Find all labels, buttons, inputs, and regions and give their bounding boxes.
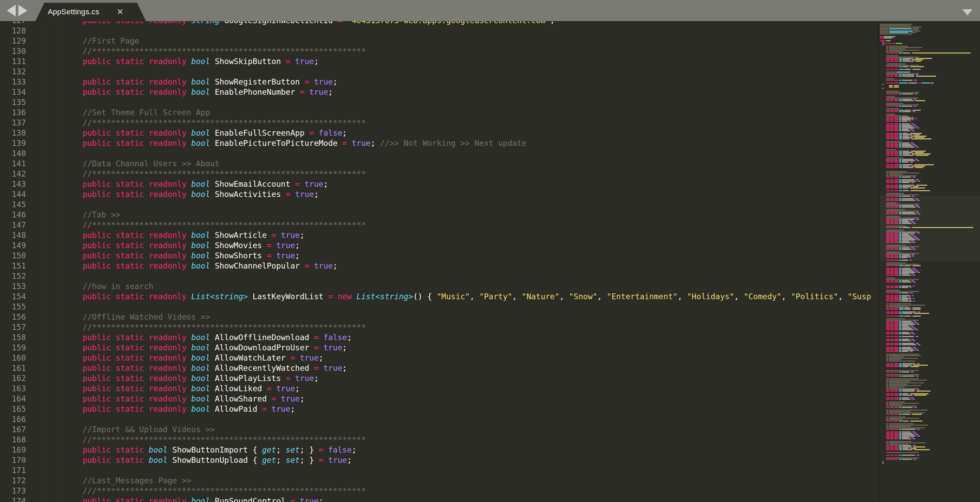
code-token: bool [191,333,215,342]
code-token: , [734,292,744,301]
code-line[interactable]: 167//Import && Upload Videos >> [0,424,879,435]
code-line[interactable]: 147//***********************************… [0,220,879,230]
code-token: "Snow" [569,292,597,301]
code-token: true [328,456,347,464]
code-line[interactable]: 135 [0,97,879,107]
code-line[interactable]: 133public static readonly bool ShowRegis… [0,77,879,87]
back-arrow-icon[interactable] [7,5,16,16]
code-token: bool [191,129,215,137]
code-token: = [304,261,314,270]
line-number: 155 [0,302,26,312]
code-line[interactable]: 137//***********************************… [0,118,879,128]
code-line[interactable]: 141//Data Channal Users >> About [0,159,879,169]
code-line[interactable]: 153//how in search [0,281,879,291]
code-line[interactable]: 161public static readonly bool AllowRece… [0,363,879,373]
forward-arrow-icon[interactable] [18,5,27,16]
code-line[interactable]: 169public static bool ShowButtonImport {… [0,445,879,455]
code-token: AllowPaid [215,405,262,413]
code-token: ; [347,333,352,342]
minimap-shadow [877,21,880,502]
code-line[interactable]: 134public static readonly bool EnablePho… [0,87,879,97]
code-token: //First Page [83,37,139,45]
code-token: = [290,353,300,362]
code-line[interactable]: 172//Last_Messages Page >> [0,475,879,486]
code-token: = [286,57,295,66]
code-line[interactable]: 159public static readonly bool AllowDown… [0,343,879,353]
line-number: 156 [0,312,26,322]
code-token: public static readonly [83,139,191,148]
code-line[interactable]: 149public static readonly bool ShowMovie… [0,240,879,251]
code-token: public static readonly [83,241,191,250]
code-line[interactable]: 144public static readonly bool ShowActiv… [0,189,879,199]
code-token: bool [191,394,215,403]
code-line[interactable]: 162public static readonly bool AllowPlay… [0,373,879,383]
code-token: ; } [300,445,318,454]
code-token: ; [300,394,304,403]
code-token: public static readonly [83,129,191,137]
code-token: "Susp [848,292,871,301]
code-token: //**************************************… [83,323,366,332]
code-line[interactable]: 139public static readonly bool EnablePic… [0,138,879,148]
code-line[interactable]: 163public static readonly bool AllowLike… [0,383,879,394]
code-line[interactable]: 129//First Page [0,36,879,46]
code-line[interactable]: 166 [0,414,879,424]
code-line[interactable]: 143public static readonly bool ShowEmail… [0,179,879,189]
code-line[interactable]: 128 [0,25,879,36]
code-token: "Nature" [522,292,560,301]
code-line[interactable]: 165public static readonly bool AllowPaid… [0,404,879,414]
code-line[interactable]: 152 [0,271,879,281]
code-token: , [838,292,848,301]
line-number: 134 [0,87,26,97]
code-token: true [309,87,328,97]
code-line[interactable]: 160public static readonly bool AllowWatc… [0,353,879,363]
code-area[interactable]: 127public static readonly string GoogleS… [0,0,879,502]
code-line[interactable]: 164public static readonly bool AllowShar… [0,394,879,404]
code-token: ShowSkipButton [215,57,286,66]
code-token: = [309,129,319,137]
code-line[interactable]: 146//Tab >> [0,210,879,220]
code-line[interactable]: 157//***********************************… [0,322,879,332]
code-line[interactable]: 173///**********************************… [0,486,879,496]
code-token: List<string> [356,292,413,301]
code-token: EnableFullScreenApp [215,129,309,137]
code-line[interactable]: 145 [0,199,879,210]
indent-guide [63,21,63,502]
tab-appsettings[interactable]: AppSettings.cs ✕ [35,3,146,21]
code-line[interactable]: 142//***********************************… [0,169,879,179]
line-number: 143 [0,179,26,189]
line-number: 136 [0,107,26,118]
code-token: true [295,57,314,66]
code-line[interactable]: 156//Offline Watched Videos >> [0,312,879,322]
code-line[interactable]: 132 [0,67,879,77]
code-line[interactable]: 131public static readonly bool ShowSkipB… [0,56,879,67]
code-line[interactable]: 155 [0,302,879,312]
line-number: 139 [0,138,26,148]
code-line[interactable]: 148public static readonly bool ShowArtic… [0,230,879,240]
code-token: "Entertainment" [607,292,678,301]
code-token: , [678,292,687,301]
code-line[interactable]: 154public static readonly List<string> L… [0,291,879,302]
close-icon[interactable]: ✕ [117,8,123,16]
code-line[interactable]: 171 [0,465,879,475]
code-token: , [560,292,569,301]
code-line[interactable]: 150public static readonly bool ShowShort… [0,251,879,261]
code-line[interactable]: 140 [0,148,879,159]
code-line[interactable]: 174public static readonly bool RunSoundC… [0,496,879,502]
code-line[interactable]: 136//Set Theme Full Screen App [0,107,879,118]
code-line[interactable]: 158public static readonly bool AllowOffl… [0,332,879,343]
code-token: public static readonly [83,394,191,403]
code-token: public static readonly [83,333,191,342]
minimap[interactable] [880,21,980,502]
code-line[interactable]: 130//***********************************… [0,46,879,56]
tab-overflow-icon[interactable] [962,9,972,15]
code-token: = [271,231,281,240]
code-line[interactable]: 170public static bool ShowButtonUpload {… [0,455,879,465]
code-line[interactable]: 138public static readonly bool EnableFul… [0,128,879,138]
code-token: public static [83,456,149,464]
code-line[interactable]: 168//***********************************… [0,435,879,445]
code-editor: 127public static readonly string GoogleS… [0,0,980,502]
code-token: public static readonly [83,374,191,383]
code-token: ; [290,405,295,413]
code-token: true [276,241,295,250]
code-line[interactable]: 151public static readonly bool ShowChann… [0,261,879,271]
